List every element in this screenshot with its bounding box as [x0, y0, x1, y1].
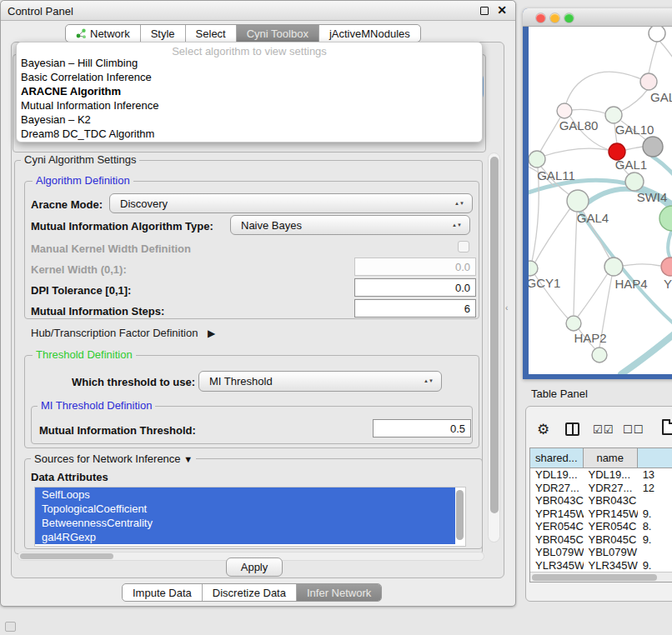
node-green-large[interactable] [659, 206, 672, 231]
table-panel-window: ⚙ ☑☑ ☐☐ shared... name YDL19... YDL19...… [525, 406, 672, 602]
list-item[interactable]: BetweennessCentrality [35, 516, 455, 530]
edge [621, 332, 672, 374]
list-item[interactable]: TopologicalCoefficient [35, 502, 455, 516]
list-scrollbar-thumb[interactable] [456, 490, 464, 540]
settings-scrollbar-thumb[interactable] [490, 157, 499, 513]
tab-impute-data[interactable]: Impute Data [123, 584, 203, 601]
cell-value: 9. [638, 508, 672, 520]
new-file-icon[interactable] [662, 419, 672, 435]
deselect-all-checkboxes-icon[interactable]: ☐☐ [623, 423, 644, 436]
tab-jactivemnodules[interactable]: jActiveMNodules [319, 25, 420, 42]
node-label: GCY1 [529, 276, 560, 290]
node-gal80[interactable] [557, 103, 572, 118]
node-gcy1[interactable] [529, 261, 538, 276]
node-gal4[interactable] [567, 190, 589, 212]
select-all-checkboxes-icon[interactable]: ☑☑ [593, 423, 614, 436]
cell-shared-name: YDR27... [530, 482, 584, 494]
node-label: GAL80 [559, 118, 599, 132]
node-label: Y [664, 277, 672, 291]
node-gray[interactable] [643, 137, 663, 157]
node-label: HAP2 [574, 331, 606, 345]
node-swi4[interactable] [625, 172, 644, 191]
node-label: HAP4 [614, 277, 647, 291]
node-hap2[interactable] [566, 316, 581, 331]
network-window-titlebar[interactable] [523, 8, 672, 27]
list-item[interactable]: gal4RGexp [35, 530, 455, 544]
tab-select[interactable]: Select [186, 25, 237, 42]
table-row[interactable]: YBR045C YBR045C 9. [530, 533, 672, 547]
mi-threshold-field[interactable]: 0.5 [373, 419, 471, 438]
list-item[interactable]: SelfLoops [35, 488, 455, 502]
network-icon [76, 28, 87, 39]
manual-kernel-width-checkbox[interactable] [458, 241, 469, 252]
dropdown-item[interactable]: Bayesian – Hill Climbing [17, 56, 482, 70]
mi-algorithm-type-combobox[interactable]: Naive Bayes ▲▼ [230, 215, 470, 235]
dropdown-item[interactable]: Bayesian – K2 [17, 112, 482, 127]
column-header-name[interactable]: name [584, 448, 638, 468]
node-gal11[interactable] [529, 151, 545, 168]
node-pink[interactable] [661, 258, 672, 276]
control-panel-titlebar[interactable]: Control Panel ✕ [1, 1, 515, 21]
gear-icon[interactable]: ⚙ [537, 421, 549, 438]
node[interactable] [649, 27, 665, 42]
table-hscrollbar-thumb[interactable] [532, 574, 657, 581]
cell-value: 9. [638, 533, 672, 546]
sources-group-title[interactable]: Sources for Network Inference ▼ [31, 452, 196, 465]
dropdown-item[interactable]: Basic Correlation Inference [17, 70, 482, 84]
aracne-mode-combobox[interactable]: Discovery ▲▼ [109, 193, 473, 213]
node-hap4[interactable] [604, 258, 623, 276]
cell-value: 8. [638, 520, 672, 532]
network-canvas[interactable]: GAL GAL80 GAL10 GAL1 GAL11 SWI4 GAL4 GCY… [529, 27, 672, 374]
tab-infer-network[interactable]: Infer Network [297, 584, 381, 601]
table-header-row: shared... name [530, 448, 672, 468]
dpi-tolerance-field[interactable]: 0.0 [354, 278, 476, 297]
dock-panel-icon[interactable] [5, 622, 16, 632]
node-gal[interactable] [640, 73, 657, 90]
dropdown-item[interactable]: Dream8 DC_TDC Algorithm [17, 127, 482, 141]
table-row[interactable]: YPR145W YPR145W 9. [530, 508, 672, 521]
table-row[interactable]: YDL19... YDL19... 13 [530, 468, 672, 482]
table-row[interactable]: YER054C YER054C 8. [530, 520, 672, 533]
control-panel-window: Control Panel ✕ Network Style Select [0, 0, 516, 607]
table-row[interactable]: YBL079W YBL079W [530, 546, 672, 559]
column-header[interactable] [638, 448, 672, 468]
hub-definition-expander[interactable]: Hub/Transcription Factor Definition ▶ [31, 327, 215, 339]
zoom-traffic-light[interactable] [564, 13, 574, 22]
data-attributes-list[interactable]: SelfLoops TopologicalCoefficient Between… [34, 487, 466, 547]
tab-style[interactable]: Style [141, 25, 186, 42]
table-body: YDL19... YDL19... 13 YDR27... YDR27... 1… [530, 468, 672, 582]
settings-hscrollbar-thumb[interactable] [20, 553, 113, 559]
network-graph: GAL GAL80 GAL10 GAL1 GAL11 SWI4 GAL4 GCY… [529, 27, 672, 374]
tab-discretize-data[interactable]: Discretize Data [203, 584, 297, 601]
column-header-shared[interactable]: shared... [530, 448, 584, 468]
table-row[interactable]: YLR345W YLR345W 9. [530, 559, 672, 572]
splitpane-divider-arrow[interactable]: ‹ [505, 303, 508, 312]
table-row[interactable]: YBR043C YBR043C [530, 494, 672, 508]
tab-network[interactable]: Network [66, 25, 141, 42]
table-row[interactable]: YDR27... YDR27... 12 [530, 482, 672, 495]
edge [540, 118, 560, 152]
which-threshold-combobox[interactable]: MI Threshold ▲▼ [198, 371, 442, 392]
kernel-width-field[interactable]: 0.0 [354, 258, 476, 276]
columns-icon[interactable] [565, 422, 579, 436]
node-label: SWI4 [637, 190, 668, 204]
node-label: GAL1 [615, 158, 647, 172]
settings-scrollbar[interactable] [488, 152, 500, 542]
dropdown-item[interactable]: Mutual Information Inference [17, 98, 482, 112]
node-gal10[interactable] [605, 107, 622, 123]
node-label: GAL11 [537, 168, 575, 182]
mi-steps-field[interactable]: 6 [354, 299, 476, 318]
tab-cyni-toolbox[interactable]: Cyni Toolbox [237, 25, 319, 42]
combo-arrows-icon: ▲▼ [424, 379, 434, 383]
table-hscrollbar[interactable] [530, 572, 672, 582]
float-window-icon[interactable] [480, 7, 489, 15]
edge [579, 211, 672, 327]
cyni-algorithm-settings-title: Cyni Algorithm Settings [21, 154, 139, 165]
apply-button[interactable]: Apply [226, 558, 283, 577]
cell-name: YDL19... [584, 468, 638, 481]
dropdown-item-selected[interactable]: ARACNE Algorithm [17, 84, 482, 98]
close-window-icon[interactable]: ✕ [497, 3, 507, 17]
node[interactable] [592, 348, 607, 362]
minimize-traffic-light[interactable] [550, 13, 559, 22]
close-traffic-light[interactable] [536, 13, 545, 22]
